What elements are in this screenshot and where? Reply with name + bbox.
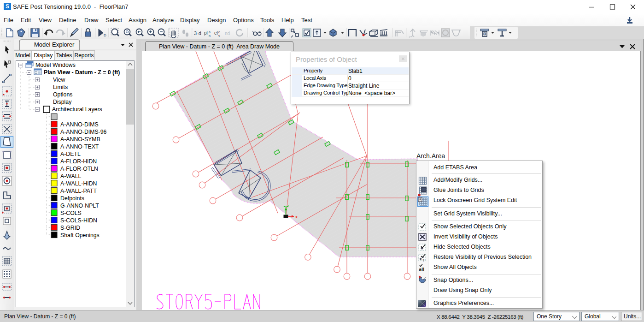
- svg-text:A-FLOR-HIDN: A-FLOR-HIDN: [60, 158, 97, 165]
- svg-text:A-ANNO-SYMB: A-ANNO-SYMB: [60, 136, 100, 143]
- svg-text:Architectural Layers: Architectural Layers: [52, 106, 102, 113]
- svg-text:Display: Display: [53, 99, 72, 105]
- svg-text:Shaft Openings: Shaft Openings: [60, 232, 100, 239]
- svg-text:A-ANNO-TEXT: A-ANNO-TEXT: [60, 143, 99, 150]
- svg-text:?: ?: [422, 258, 425, 262]
- svg-text:Options: Options: [53, 91, 72, 98]
- svg-text:Defpoints: Defpoints: [60, 195, 84, 202]
- svg-text:A-ANNO-DIMS-96: A-ANNO-DIMS-96: [60, 129, 107, 135]
- svg-text:S-COLS: S-COLS: [60, 210, 82, 216]
- svg-text:Plan View - Datum - Z = 0 (ft): Plan View - Datum - Z = 0 (ft): [44, 69, 120, 76]
- svg-text:3-d: 3-d: [194, 30, 201, 36]
- svg-text:D: D: [104, 33, 106, 37]
- svg-text:pl: pl: [204, 30, 208, 36]
- svg-text:A-WALL-HIDN: A-WALL-HIDN: [60, 180, 97, 187]
- svg-text:S-GRID: S-GRID: [60, 225, 80, 231]
- svg-text:Limits: Limits: [53, 84, 68, 90]
- svg-text:A-DETL: A-DETL: [60, 151, 81, 157]
- svg-text:n: n: [209, 34, 211, 37]
- svg-text:Model Explorer: Model Explorer: [34, 41, 75, 48]
- svg-text:a: a: [209, 30, 211, 34]
- svg-text:all: all: [419, 267, 424, 272]
- svg-text:A-ANNO-DIMS: A-ANNO-DIMS: [60, 121, 99, 128]
- svg-text:S-COLS-HIDN: S-COLS-HIDN: [60, 217, 97, 224]
- svg-text:A-WALL: A-WALL: [60, 173, 81, 179]
- svg-text:el: el: [214, 30, 218, 36]
- svg-text:x: x: [295, 215, 298, 219]
- svg-text:A-WALL-PATT: A-WALL-PATT: [60, 188, 97, 194]
- svg-text:e: e: [218, 30, 220, 34]
- svg-text:nd: nd: [225, 31, 230, 36]
- svg-text:v: v: [218, 34, 220, 37]
- svg-text:View: View: [53, 77, 65, 83]
- svg-text:G-ANNO-NPLT: G-ANNO-NPLT: [60, 203, 99, 209]
- svg-text:A-FLOR-OTLN: A-FLOR-OTLN: [60, 166, 98, 172]
- svg-text:Model Windows: Model Windows: [35, 62, 76, 68]
